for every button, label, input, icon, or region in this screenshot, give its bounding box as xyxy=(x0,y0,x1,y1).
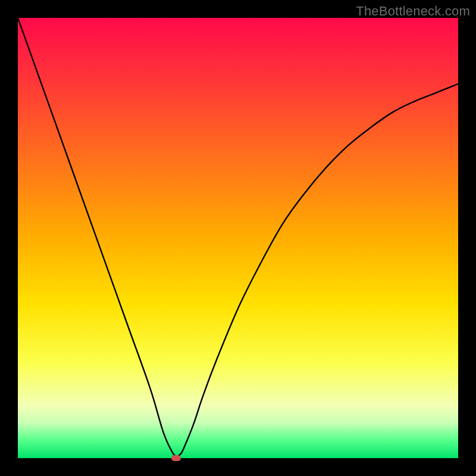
minimum-marker xyxy=(171,455,181,461)
watermark-text: TheBottleneck.com xyxy=(356,4,470,19)
plot-area xyxy=(18,18,458,458)
chart-frame: TheBottleneck.com xyxy=(0,0,476,476)
curve-svg xyxy=(18,18,458,458)
bottleneck-curve xyxy=(18,18,458,456)
